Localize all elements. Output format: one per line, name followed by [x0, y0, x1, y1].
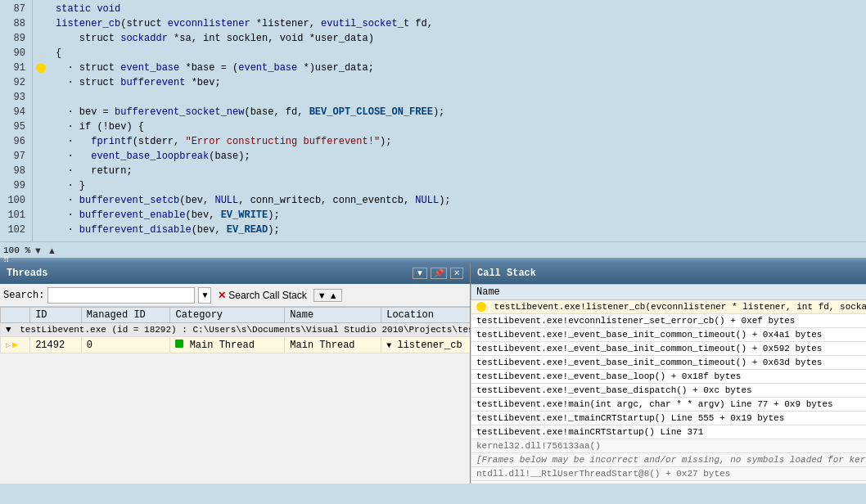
thread-path-text: testLibevent.exe (id = 18292) : C:\Users… — [20, 325, 470, 335]
green-dot-icon — [175, 340, 183, 348]
code-line-91: · struct event_base *base = (event_base … — [56, 61, 859, 75]
col-location: Location — [381, 308, 470, 323]
active-frame-icon — [476, 302, 486, 312]
code-line-87: static void — [56, 2, 859, 16]
callstack-row[interactable]: testLibevent.exe!_event_base_init_common… — [471, 356, 867, 370]
callstack-row[interactable]: testLibevent.exe!evconnlistener_set_erro… — [471, 314, 867, 328]
callstack-row[interactable]: testLibevent.exe!_event_base_dispatch() … — [471, 384, 867, 398]
callstack-frame-cell: testLibevent.exe!_event_base_dispatch() … — [471, 384, 867, 398]
search-dropdown-button[interactable]: ▼ — [198, 287, 211, 304]
col-id: ID — [30, 308, 82, 323]
callstack-frame-cell: testLibevent.exe!evconnlistener_set_erro… — [471, 314, 867, 328]
code-line-90: { — [56, 46, 859, 61]
callstack-frame-cell: testLibevent.exe!_event_base_loop() + 0x… — [471, 370, 867, 384]
code-line-95: · if (!bev) { — [56, 119, 859, 134]
callstack-row[interactable]: testLibevent.exe!_event_base_loop() + 0x… — [471, 370, 867, 384]
callstack-row[interactable]: testLibevent.exe!_event_base_init_common… — [471, 342, 867, 356]
code-line-93 — [56, 90, 859, 105]
callstack-row[interactable]: testLibevent.exe!main(int argc, char * *… — [471, 398, 867, 412]
threads-panel: Threads ▼ 📌 ✕ Search: ▼ ✕ Search Call St… — [0, 263, 471, 484]
status-bar: 100 % ▼ ▲ — [0, 241, 866, 258]
code-line-97: · event_base_loopbreak(base); — [56, 149, 859, 164]
line-numbers: 87 88 89 90 91 92 93 94 95 96 97 98 99 1… — [0, 0, 33, 241]
col-indicator — [1, 308, 30, 323]
threads-table[interactable]: ID Managed ID Category Name Location Pri… — [0, 307, 470, 484]
callstack-table[interactable]: Name testLibevent.exe!listener_cb(evconn… — [471, 284, 866, 484]
zoom-decrease-button[interactable]: ▼ — [32, 245, 44, 255]
callstack-panel-title: Call Stack — [477, 268, 536, 279]
callstack-row[interactable]: testLibevent.exe!_tmainCRTStartup() Line… — [471, 412, 867, 425]
callstack-panel-header: Call Stack ▼ 📌 ✕ — [471, 263, 866, 284]
thread-row[interactable]: ▷ ▶ 21492 0 Main Thread Main Thread ▼ — [1, 337, 471, 353]
callstack-row-active[interactable]: testLibevent.exe!listener_cb(evconnliste… — [471, 300, 867, 314]
code-line-94: · bev = bufferevent_socket_new(base, fd,… — [56, 105, 859, 119]
callstack-row-dim[interactable]: kernel32.dll!756133aa() — [471, 439, 867, 453]
filter-button[interactable]: ▼ ▲ — [313, 289, 342, 302]
marker-column — [33, 0, 49, 241]
thread-path-row: ▼ testLibevent.exe (id = 18292) : C:\Use… — [1, 323, 471, 337]
callstack-row-dim[interactable]: ntdll.dll!_RtlUserThreadStart@8() + 0x1b… — [471, 481, 867, 484]
callstack-frame-cell: testLibevent.exe!_tmainCRTStartup() Line… — [471, 412, 867, 425]
thread-indicator-cell: ▷ ▶ — [1, 337, 30, 353]
code-line-102: · bufferevent_disable(bev, EV_READ); — [56, 223, 859, 237]
callstack-frame-cell: testLibevent.exe!listener_cb(evconnliste… — [471, 300, 867, 314]
callstack-frame-cell: ntdll.dll!_RtlUserThreadStart@8() + 0x1b… — [471, 481, 867, 484]
thread-name-cell: Main Thread — [285, 337, 381, 353]
code-line-96: · fprintf(stderr, "Error constructing bu… — [56, 134, 859, 149]
callstack-frame-cell: testLibevent.exe!main(int argc, char * *… — [471, 398, 867, 412]
zoom-control[interactable]: 100 % ▼ ▲ — [3, 245, 58, 255]
callstack-row-dim[interactable]: ntdll.dll!__RtlUserThreadStart@8() + 0x2… — [471, 467, 867, 481]
callstack-row[interactable]: testLibevent.exe!_event_base_init_common… — [471, 328, 867, 342]
col-category: Category — [170, 308, 285, 323]
threads-close-button[interactable]: ✕ — [450, 268, 463, 279]
breakpoint-icon — [36, 63, 46, 73]
arrow-right-icon: ▷ — [6, 340, 11, 350]
zoom-increase-button[interactable]: ▲ — [46, 245, 58, 255]
x-icon: ✕ — [218, 290, 226, 301]
callstack-frame-cell: [Frames below may be incorrect and/or mi… — [471, 453, 867, 467]
location-dropdown-icon: ▼ — [386, 341, 391, 350]
callstack-frame-cell: kernel32.dll!756133aa() — [471, 439, 867, 453]
search-call-stack-label: Search Call Stack — [228, 290, 306, 301]
threads-pin-button[interactable]: 📌 — [431, 268, 447, 279]
thread-location-cell: ▼ listener_cb — [381, 337, 470, 353]
threads-panel-title: Threads — [7, 268, 47, 279]
callstack-frame-cell: testLibevent.exe!_event_base_init_common… — [471, 342, 867, 356]
thread-id-cell: 21492 — [30, 337, 82, 353]
code-line-100: · bufferevent_setcb(bev, NULL, conn_writ… — [56, 193, 859, 208]
callstack-row[interactable]: testLibevent.exe!mainCRTStartup() Line 3… — [471, 425, 867, 439]
callstack-panel: Call Stack ▼ 📌 ✕ Name testLibe — [471, 263, 866, 484]
active-arrow-icon: ▶ — [12, 339, 18, 351]
code-line-101: · bufferevent_enable(bev, EV_WRITE); — [56, 208, 859, 223]
callstack-frame-cell: testLibevent.exe!_event_base_init_common… — [471, 356, 867, 370]
callstack-col-name: Name — [471, 285, 867, 300]
callstack-frame-cell: testLibevent.exe!mainCRTStartup() Line 3… — [471, 425, 867, 439]
thread-managed-id-cell: 0 — [81, 337, 170, 353]
expand-icon[interactable]: ▼ — [6, 325, 11, 335]
code-line-88: listener_cb(struct evconnlistener *liste… — [56, 16, 859, 31]
code-line-98: · return; — [56, 164, 859, 178]
code-content[interactable]: static void listener_cb(struct evconnlis… — [49, 0, 866, 241]
code-line-89: struct sockaddr *sa, int socklen, void *… — [56, 31, 859, 46]
bottom-panels: Threads ▼ 📌 ✕ Search: ▼ ✕ Search Call St… — [0, 263, 866, 484]
thread-category-cell: Main Thread — [170, 337, 285, 353]
search-call-stack-button[interactable]: ✕ Search Call Stack — [214, 288, 309, 303]
col-managed-id: Managed ID — [81, 308, 170, 323]
search-input[interactable] — [47, 287, 195, 304]
callstack-row-dim[interactable]: [Frames below may be incorrect and/or mi… — [471, 453, 867, 467]
thread-path-cell: ▼ testLibevent.exe (id = 18292) : C:\Use… — [1, 323, 471, 337]
col-name: Name — [285, 308, 381, 323]
code-line-99: · } — [56, 178, 859, 193]
code-editor: 87 88 89 90 91 92 93 94 95 96 97 98 99 1… — [0, 0, 866, 258]
threads-search-bar: Search: ▼ ✕ Search Call Stack ▼ ▲ — [0, 284, 470, 307]
callstack-frame-cell: testLibevent.exe!_event_base_init_common… — [471, 328, 867, 342]
search-label: Search: — [3, 290, 44, 301]
threads-panel-controls[interactable]: ▼ 📌 ✕ — [413, 268, 463, 279]
code-line-92: · struct bufferevent *bev; — [56, 75, 859, 90]
callstack-frame-cell: ntdll.dll!__RtlUserThreadStart@8() + 0x2… — [471, 467, 867, 481]
threads-dropdown-button[interactable]: ▼ — [413, 268, 427, 279]
threads-panel-header: Threads ▼ 📌 ✕ — [0, 263, 470, 284]
zoom-value: 100 % — [3, 245, 30, 255]
